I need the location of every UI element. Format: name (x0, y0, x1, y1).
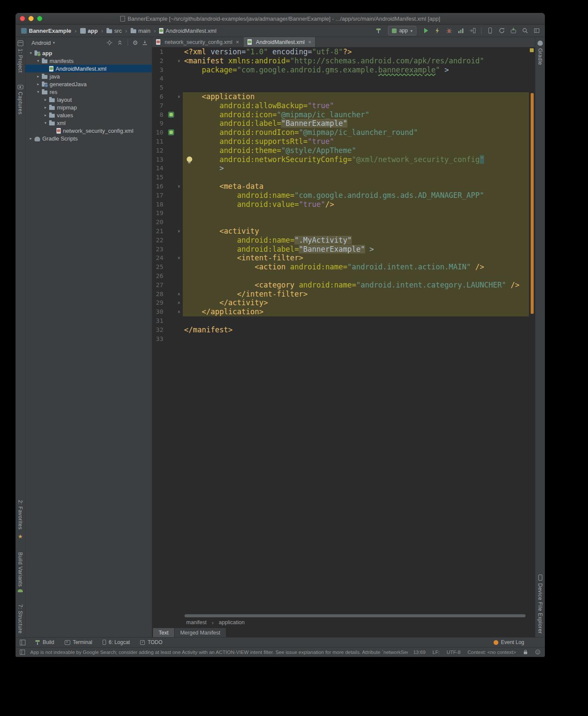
chevron-down-icon[interactable]: ▾ (53, 41, 55, 45)
tool-stripe-tab[interactable]: Device File Explorer (537, 575, 543, 634)
navigation-bar: BannerExample›app›src›main›AndroidManife… (16, 25, 545, 37)
tree-item[interactable]: ▸mipmap (25, 103, 152, 111)
expand-arrow-icon[interactable]: ▸ (28, 136, 34, 141)
tool-stripe-tab[interactable]: Captures (17, 85, 23, 115)
sync-gradle-icon[interactable] (498, 27, 506, 34)
breadcrumb-item[interactable]: app (79, 27, 99, 34)
hide-panel-icon[interactable] (141, 39, 148, 46)
tree-item[interactable]: ▸values (25, 111, 152, 119)
highlighting-level-icon[interactable] (535, 649, 541, 656)
close-icon[interactable]: × (236, 39, 239, 45)
tree-item[interactable]: network_security_config.xml (25, 127, 152, 134)
tree-item[interactable]: ▸Gradle Scripts (25, 134, 152, 142)
tree-item[interactable]: ▾manifests (25, 57, 152, 65)
write-lock-icon[interactable] (523, 649, 528, 656)
locate-file-icon[interactable] (106, 39, 113, 46)
run-button[interactable] (422, 27, 430, 34)
fold-marker-icon[interactable]: ∧ (176, 308, 181, 315)
toolwindow-layout-icon[interactable] (533, 27, 541, 34)
tree-item[interactable]: AndroidManifest.xml (25, 65, 152, 72)
launcher-preview-icon[interactable] (168, 112, 174, 118)
horizontal-scrollbar[interactable] (152, 614, 535, 618)
toolwindow-button[interactable]: TODO (140, 639, 162, 645)
left-stripe-bottom: 2: FavoritesBuild Variants7: Structure (17, 500, 23, 634)
fold-marker-icon[interactable]: ∨ (176, 183, 181, 190)
breadcrumb-item[interactable]: AndroidManifest.xml (158, 27, 218, 34)
make-project-hammer-icon[interactable] (375, 27, 382, 34)
tree-item[interactable]: ▾xml (25, 119, 152, 127)
minimize-window-button[interactable] (28, 16, 34, 21)
tree-item[interactable]: ▸java (25, 72, 152, 80)
tree-item[interactable]: ▸layout (25, 96, 152, 103)
editor-mode-tab[interactable]: Merged Manifest (175, 628, 226, 637)
tool-stripe-tab[interactable]: 7: Structure (17, 604, 23, 634)
tree-item-label: Gradle Scripts (42, 135, 78, 142)
attach-debugger-icon[interactable] (469, 27, 476, 34)
device-manager-icon[interactable] (486, 27, 494, 34)
inspection-indicator-icon[interactable] (530, 48, 534, 52)
fold-marker-icon[interactable]: ∨ (176, 93, 181, 100)
close-icon[interactable]: × (308, 39, 312, 45)
tool-stripe-tab[interactable]: 2: Favorites (17, 500, 23, 540)
tool-stripe-tab[interactable]: 1: Project (17, 41, 23, 73)
status-grid-icon[interactable] (20, 650, 25, 655)
scrollbar-thumb[interactable] (185, 614, 525, 617)
toolwindow-button[interactable]: 6: Logcat (103, 639, 130, 645)
editor-tab[interactable]: network_security_config.xml× (152, 37, 244, 47)
close-window-button[interactable] (20, 16, 25, 21)
line-number: 26 (152, 272, 183, 281)
file-encoding[interactable]: UTF-8 (447, 650, 461, 655)
code-line: android:label="BannerExample" (183, 119, 529, 128)
breadcrumb-tag[interactable]: application (219, 619, 245, 625)
status-bar: App is not indexable by Google Search; c… (16, 647, 545, 657)
editor-tab[interactable]: AndroidManifest.xml× (244, 37, 316, 47)
collapse-arrow-icon[interactable]: ▾ (43, 121, 48, 125)
fold-marker-icon[interactable]: ∨ (176, 57, 181, 64)
debug-button[interactable] (445, 27, 453, 34)
intention-bulb-icon[interactable] (187, 156, 192, 162)
breadcrumb-tag[interactable]: manifest (186, 619, 206, 625)
collapse-all-icon[interactable] (116, 39, 123, 46)
code-line (183, 209, 529, 218)
run-config-select[interactable]: app ▾ (388, 26, 416, 35)
tree-item[interactable]: ▾res (25, 88, 152, 96)
code-area[interactable]: <?xml version="1.0" encoding="utf-8"?><m… (183, 47, 529, 614)
caret-position[interactable]: 13:69 (413, 650, 425, 655)
tool-stripe-tab[interactable]: Gradle (537, 41, 543, 65)
breadcrumb-item[interactable]: BannerExample (20, 27, 72, 34)
fold-marker-icon[interactable]: ∧ (176, 299, 181, 306)
sdk-manager-icon[interactable] (510, 27, 517, 34)
zoom-window-button[interactable] (37, 16, 42, 21)
project-view-selector[interactable]: Android (31, 40, 51, 46)
search-everywhere-icon[interactable] (521, 27, 529, 34)
settings-gear-icon[interactable]: ⚙ (132, 40, 138, 46)
collapse-arrow-icon[interactable]: ▾ (35, 90, 41, 94)
breadcrumb-item[interactable]: src (105, 27, 123, 34)
toolwindow-button[interactable]: Terminal (65, 639, 92, 645)
expand-arrow-icon[interactable]: ▸ (43, 97, 48, 102)
editor-mode-tab[interactable]: Text (153, 628, 174, 637)
tree-item[interactable]: ▾app (25, 49, 152, 57)
expand-arrow-icon[interactable]: ▸ (35, 82, 41, 86)
selection-range-marker[interactable] (531, 93, 534, 314)
expand-arrow-icon[interactable]: ▸ (43, 113, 48, 117)
status-message[interactable]: App is not indexable by Google Search; c… (30, 650, 408, 655)
breadcrumb-item[interactable]: main (129, 27, 152, 34)
line-separator-indicator[interactable]: LF: (432, 650, 440, 655)
launcher-preview-icon[interactable] (168, 129, 174, 135)
tool-stripe-tab[interactable]: Build Variants (17, 552, 23, 592)
apply-changes-icon[interactable] (434, 27, 441, 34)
expand-arrow-icon[interactable]: ▸ (43, 105, 48, 109)
fold-marker-icon[interactable]: ∨ (176, 254, 181, 261)
toolwindow-button[interactable]: Build (35, 639, 54, 645)
fold-marker-icon[interactable]: ∧ (176, 291, 181, 297)
tree-item[interactable]: ▸generatedJava (25, 80, 152, 88)
tool-stripe-label: 7: Structure (17, 604, 23, 634)
collapse-arrow-icon[interactable]: ▾ (35, 59, 41, 63)
expand-arrow-icon[interactable]: ▸ (35, 74, 41, 78)
fold-marker-icon[interactable]: ∨ (176, 228, 181, 234)
toolwindow-switcher-icon[interactable] (20, 640, 25, 645)
toolwindow-button[interactable]: Event Log (494, 639, 524, 645)
collapse-arrow-icon[interactable]: ▾ (28, 51, 34, 55)
profiler-button[interactable] (457, 27, 465, 34)
